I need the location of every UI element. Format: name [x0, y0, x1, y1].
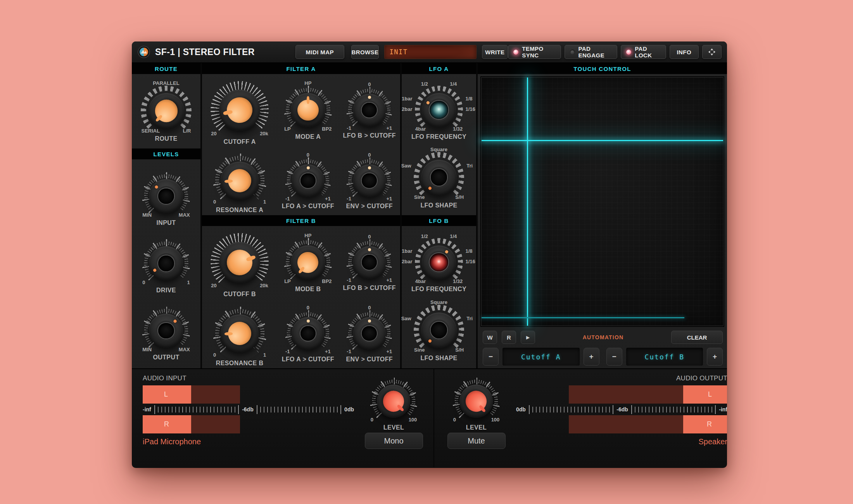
- clear-button[interactable]: CLEAR: [671, 331, 723, 344]
- touch-pad[interactable]: [481, 77, 723, 326]
- knob-scale-label: 4bar: [415, 126, 426, 132]
- knob-output-level[interactable]: 0100LEVEL: [452, 375, 500, 431]
- input-meter-right: R: [143, 415, 354, 433]
- mono-button[interactable]: Mono: [365, 433, 423, 449]
- y-param-prev-button[interactable]: −: [606, 348, 622, 366]
- automation-read-button[interactable]: R: [502, 331, 516, 344]
- knob-scale-label: 0: [213, 352, 216, 358]
- knob-env-cutoff-b[interactable]: 0-1+1ENV > CUTOFF: [346, 305, 393, 362]
- plugin-window: SF-1 | STEREO FILTER MIDI MAP BROWSE INI…: [132, 41, 727, 468]
- knob-scale-label: 0: [453, 417, 456, 423]
- knob-input-level[interactable]: 0100LEVEL: [370, 375, 417, 431]
- section-header-filter-b: FILTER B: [202, 215, 400, 226]
- write-button[interactable]: WRITE: [482, 45, 508, 59]
- knob-scale-label: LP: [284, 126, 291, 132]
- output-device-label[interactable]: Speaker: [699, 437, 727, 446]
- knob-scale-label: +1: [325, 349, 331, 354]
- knob-scale-label: 100: [491, 417, 500, 423]
- knob-lfo-b-shape[interactable]: SquareSawTriSineS/HLFO SHAPE: [414, 299, 464, 362]
- knob-scale-label: SERIAL: [141, 128, 160, 134]
- knob-label: LFO FREQUENCY: [411, 286, 466, 293]
- knob-label: OUTPUT: [153, 354, 179, 361]
- knob-scale-label: 0: [307, 305, 309, 311]
- midi-map-button[interactable]: MIDI MAP: [295, 45, 344, 59]
- knob-cutoff-a[interactable]: 2020kCUTOFF A: [211, 76, 269, 146]
- knob-scale-label: -1: [347, 349, 351, 354]
- meter-channel-label: L: [708, 390, 727, 399]
- knob-scale-label: 1/32: [453, 126, 463, 132]
- knob-mode-b[interactable]: HPLPBP2MODE B: [284, 233, 332, 293]
- audio-io-bar: AUDIO INPUT L -inf -6db 0db R: [132, 368, 727, 467]
- knob-scale-label: -1: [347, 277, 351, 283]
- knob-scale-label: 1/2: [421, 233, 428, 239]
- output-meters: L 0db -6db -inf R: [516, 385, 727, 433]
- info-button[interactable]: INFO: [670, 45, 699, 59]
- route-section: PARALLELSERIALL/RROUTE: [132, 74, 200, 148]
- knob-output[interactable]: MINMAXOUTPUT: [142, 301, 190, 361]
- knob-scale-label: 1: [263, 352, 266, 358]
- knob-lfo-a-shape[interactable]: SquareSawTriSineS/HLFO SHAPE: [414, 147, 464, 209]
- automation-play-button[interactable]: ▶: [521, 331, 535, 344]
- knob-scale-label: +1: [325, 196, 331, 202]
- knob-scale-label: 0: [368, 152, 371, 158]
- y-param-next-button[interactable]: +: [707, 348, 723, 366]
- knob-scale-label: 1/2: [421, 81, 428, 87]
- pad-engage-toggle[interactable]: PAD ENGAGE: [565, 45, 618, 59]
- knob-lfo-a-cutoff-b[interactable]: 0-1+1LFO A > CUTOFF: [282, 305, 334, 362]
- fullscreen-button[interactable]: [702, 45, 722, 59]
- knob-resonance-b[interactable]: 01RESONANCE B: [213, 301, 267, 367]
- knob-scale-label: Sine: [414, 194, 425, 200]
- knob-scale-label: +1: [386, 349, 392, 354]
- knob-scale-label: 4bar: [415, 278, 426, 284]
- touch-baseline: [482, 317, 684, 318]
- filter-b-section: 2020kCUTOFF BHPLPBP2MODE B0-1+1LFO B > C…: [202, 226, 400, 368]
- input-device-label[interactable]: iPad Microphone: [143, 437, 354, 446]
- knob-scale-label: PARALLEL: [153, 80, 179, 86]
- section-header-lfo-b: LFO B: [402, 215, 476, 226]
- knob-lfo-b-cutoff-b[interactable]: 0-1+1LFO B > CUTOFF: [343, 234, 396, 292]
- knob-scale-label: BP2: [322, 126, 332, 132]
- touch-control-column: TOUCH CONTROL W R ▶ AUTOMATION CLEAR − C…: [478, 63, 727, 368]
- knob-input[interactable]: MINMAXINPUT: [142, 167, 190, 227]
- pad-engage-led-icon: [570, 50, 575, 55]
- pad-lock-toggle[interactable]: PAD LOCK: [621, 45, 666, 59]
- knob-lfo-a-frequency[interactable]: 1bar1/21/41/82bar1/164bar1/32LFO FREQUEN…: [411, 80, 466, 140]
- filter-a-section: 2020kCUTOFF AHPLPBP2MODE A0-1+1LFO B > C…: [202, 74, 400, 215]
- knob-drive[interactable]: 01DRIVE: [142, 234, 190, 294]
- knob-label: ENV > CUTOFF: [346, 356, 393, 363]
- automation-write-button[interactable]: W: [483, 331, 497, 344]
- audio-output-title: AUDIO OUTPUT: [676, 375, 727, 382]
- preset-name-field[interactable]: INIT: [384, 45, 476, 59]
- section-header-touch-control: TOUCH CONTROL: [478, 63, 727, 74]
- y-parameter-slot: − Cutoff B +: [606, 348, 723, 366]
- app-title: SF-1 | STEREO FILTER: [155, 47, 255, 57]
- knob-scale-label: -1: [285, 349, 290, 354]
- knob-resonance-a[interactable]: 01RESONANCE A: [213, 148, 267, 214]
- knob-scale-label: Sine: [414, 347, 425, 353]
- section-header-route: ROUTE: [132, 63, 200, 74]
- knob-lfo-b-frequency[interactable]: 1bar1/21/41/82bar1/164bar1/32LFO FREQUEN…: [411, 233, 466, 293]
- knob-lfo-b-cutoff-a[interactable]: 0-1+1LFO B > CUTOFF: [343, 81, 396, 139]
- input-meter-scale: -inf -6db 0db: [143, 405, 354, 414]
- knob-cutoff-b[interactable]: 2020kCUTOFF B: [211, 228, 269, 298]
- top-bar: SF-1 | STEREO FILTER MIDI MAP BROWSE INI…: [132, 41, 727, 63]
- scale-label: -6db: [616, 406, 628, 413]
- knob-label: LEVEL: [466, 424, 487, 431]
- knob-mode-a[interactable]: HPLPBP2MODE A: [284, 80, 332, 140]
- x-param-prev-button[interactable]: −: [483, 348, 499, 366]
- knob-label: MODE B: [295, 286, 321, 293]
- knob-scale-label: 1/4: [450, 81, 457, 87]
- knob-scale-label: Square: [430, 299, 447, 305]
- filter-column: FILTER A 2020kCUTOFF AHPLPBP2MODE A0-1+1…: [202, 63, 400, 368]
- knob-env-cutoff-a[interactable]: 0-1+1ENV > CUTOFF: [346, 152, 393, 210]
- audio-input-panel: AUDIO INPUT L -inf -6db 0db R: [132, 369, 434, 467]
- tempo-sync-led-icon: [513, 50, 518, 55]
- mute-button[interactable]: Mute: [447, 433, 506, 449]
- input-meters: L -inf -6db 0db R: [143, 385, 354, 433]
- automation-row: W R ▶ AUTOMATION CLEAR: [483, 331, 723, 344]
- browse-button[interactable]: BROWSE: [351, 45, 379, 59]
- knob-route[interactable]: PARALLELSERIALL/RROUTE: [141, 80, 192, 143]
- knob-lfo-a-cutoff-a[interactable]: 0-1+1LFO A > CUTOFF: [282, 152, 334, 210]
- x-param-next-button[interactable]: +: [584, 348, 599, 366]
- tempo-sync-toggle[interactable]: TEMPO SYNC: [508, 45, 561, 59]
